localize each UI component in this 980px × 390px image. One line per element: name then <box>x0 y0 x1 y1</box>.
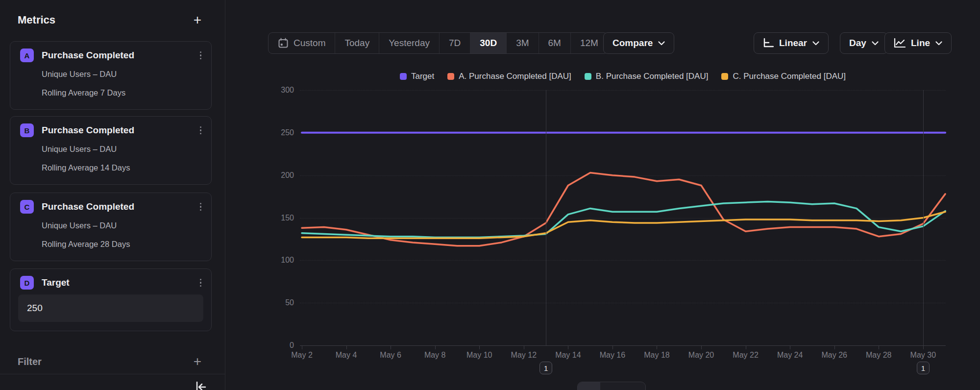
filter-section: Filter + <box>18 356 201 367</box>
interval-label: Day <box>849 38 866 49</box>
range-label: 30D <box>480 38 497 49</box>
chart-type-button[interactable]: Line <box>884 32 952 54</box>
metric-title: Purchase Completed <box>42 125 198 136</box>
series-line-a <box>302 173 945 246</box>
x-axis-label: May 22 <box>724 351 768 360</box>
metric-rolling-average-label: Rolling Average 7 Days <box>42 88 125 98</box>
kebab-menu-icon[interactable] <box>198 277 204 289</box>
legend-label: Target <box>411 72 434 81</box>
range-label: Custom <box>294 38 325 49</box>
range-6m[interactable]: 6M <box>539 33 571 53</box>
annotation-badge[interactable]: 1 <box>917 362 930 374</box>
annotation-line <box>923 90 924 345</box>
metric-rolling-average-label: Rolling Average 14 Days <box>42 163 130 172</box>
legend-item[interactable]: B. Purchase Completed [DAU] <box>585 72 709 81</box>
range-custom[interactable]: Custom <box>269 33 335 53</box>
metric-card-b[interactable]: BPurchase CompletedUnique Users – DAURol… <box>10 116 212 185</box>
x-axis-tick <box>391 345 391 349</box>
metric-badge-b: B <box>20 123 34 137</box>
kebab-menu-icon[interactable] <box>198 49 204 62</box>
x-axis-tick <box>657 345 657 349</box>
metric-card-d[interactable]: DTarget250 <box>10 268 212 331</box>
collapse-sidebar-icon[interactable] <box>194 380 207 390</box>
metric-measure-label: Unique Users – DAU <box>42 221 117 230</box>
y-axis-label: 200 <box>251 171 294 180</box>
range-label: 6M <box>548 38 561 49</box>
metric-title: Purchase Completed <box>42 50 198 61</box>
legend-item[interactable]: C. Purchase Completed [DAU] <box>721 72 846 81</box>
annotation-line <box>546 90 546 345</box>
range-3m[interactable]: 3M <box>507 33 539 53</box>
legend-item[interactable]: Target <box>400 72 434 81</box>
x-axis-label: May 8 <box>413 351 457 360</box>
x-axis-tick <box>479 345 480 349</box>
metric-measure-label: Unique Users – DAU <box>42 145 117 154</box>
x-axis-label: May 26 <box>812 351 857 360</box>
x-axis-tick <box>923 345 924 349</box>
compare-label: Compare <box>612 38 653 49</box>
x-axis-tick <box>879 345 879 349</box>
y-axis-label: 150 <box>251 214 294 222</box>
metric-card-header: CPurchase Completed <box>20 200 203 214</box>
metric-title: Target <box>42 277 198 288</box>
x-axis-tick <box>568 345 568 349</box>
metric-card-a[interactable]: APurchase CompletedUnique Users – DAURol… <box>10 41 212 110</box>
metric-card-header: BPurchase Completed <box>20 123 203 137</box>
annotation-badge[interactable]: 1 <box>539 362 552 374</box>
view-toggle-row-chart-view[interactable] <box>600 382 623 390</box>
line-chart-icon <box>894 38 906 48</box>
chevron-down-icon <box>812 41 819 46</box>
x-axis-tick <box>790 345 790 349</box>
legend-swatch <box>585 73 591 80</box>
x-axis-label: May 24 <box>768 351 812 360</box>
metrics-title: Metrics <box>18 14 55 26</box>
x-axis-tick <box>524 345 524 349</box>
interval-select-button[interactable]: Day <box>840 32 888 54</box>
scale-label: Linear <box>779 38 807 49</box>
legend-label: C. Purchase Completed [DAU] <box>733 72 846 81</box>
x-axis-tick <box>435 345 436 349</box>
view-toggle-table-view[interactable] <box>623 382 645 390</box>
metric-rolling-average-label: Rolling Average 28 Days <box>42 240 130 249</box>
scale-select-button[interactable]: Linear <box>754 32 829 54</box>
metric-badge-a: A <box>20 49 34 62</box>
range-30d[interactable]: 30D <box>470 33 507 53</box>
x-axis-tick <box>302 345 302 349</box>
legend-item[interactable]: A. Purchase Completed [DAU] <box>447 72 571 81</box>
range-7d[interactable]: 7D <box>440 33 470 53</box>
y-axis-label: 100 <box>251 256 294 265</box>
sidebar-divider <box>0 374 225 374</box>
view-toggle-group <box>577 382 646 390</box>
y-axis-label: 0 <box>251 341 294 350</box>
x-axis-label: May 10 <box>457 351 501 360</box>
add-metric-icon[interactable]: + <box>194 14 201 26</box>
metric-card-c[interactable]: CPurchase CompletedUnique Users – DAURol… <box>10 193 212 261</box>
range-label: Today <box>344 38 369 49</box>
metrics-header: Metrics + <box>18 14 201 26</box>
compare-button[interactable]: Compare <box>603 32 674 54</box>
x-axis-label: May 18 <box>635 351 679 360</box>
chevron-down-icon <box>872 41 879 46</box>
kebab-menu-icon[interactable] <box>198 201 204 213</box>
chart-legend: TargetA. Purchase Completed [DAU]B. Purc… <box>300 72 946 81</box>
metric-card-header: DTarget <box>20 276 203 290</box>
x-axis-tick <box>701 345 702 349</box>
range-today[interactable]: Today <box>335 33 379 53</box>
x-axis-label: May 12 <box>502 351 546 360</box>
view-toggle-line-chart-view[interactable] <box>578 382 600 390</box>
chart-type-label: Line <box>911 38 930 49</box>
range-label: 12M <box>580 38 598 49</box>
x-axis-label: May 14 <box>546 351 590 360</box>
x-axis-label: May 16 <box>590 351 635 360</box>
metric-badge-c: C <box>20 200 34 214</box>
range-12m[interactable]: 12M <box>571 33 608 53</box>
kebab-menu-icon[interactable] <box>198 124 204 137</box>
x-axis-label: May 30 <box>901 351 945 360</box>
chevron-down-icon <box>935 41 942 46</box>
x-axis-label: May 2 <box>280 351 324 360</box>
target-value-input[interactable]: 250 <box>18 294 203 322</box>
add-filter-icon[interactable]: + <box>194 356 201 367</box>
range-yesterday[interactable]: Yesterday <box>379 33 440 53</box>
x-axis-tick <box>346 345 347 349</box>
chart-plot <box>300 90 946 345</box>
